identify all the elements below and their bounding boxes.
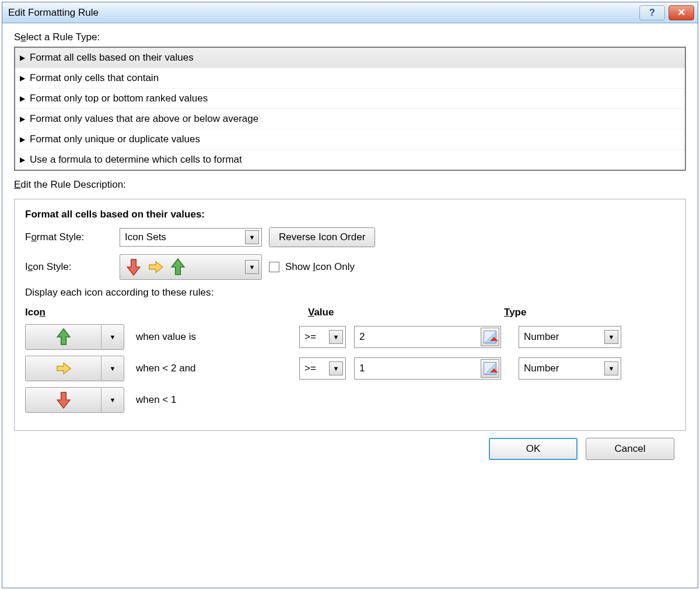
range-reference-button[interactable] <box>481 328 499 346</box>
icon-style-label: Icon Style: <box>25 261 113 273</box>
grid-header: Icon Value Type <box>25 307 675 318</box>
reverse-icon-order-button[interactable]: Reverse Icon Order <box>269 227 375 247</box>
show-icon-only-label: Show Icon Only <box>285 261 355 273</box>
chevron-down-icon: ▼ <box>329 361 343 375</box>
chevron-down-icon: ▼ <box>329 330 343 344</box>
arrow-up-green-icon <box>56 328 71 346</box>
rule-type-item[interactable]: ▶ Format all cells based on their values <box>15 48 685 68</box>
format-style-value: Icon Sets <box>125 231 166 243</box>
icon-picker[interactable]: ▼ <box>25 324 124 350</box>
ok-button[interactable]: OK <box>489 438 578 460</box>
icon-rules-grid: Icon Value Type ▼ <box>25 307 675 413</box>
rule-type-text: Format all cells based on their values <box>30 52 194 64</box>
arrow-down-red-icon <box>126 258 141 276</box>
select-rule-type-label: Select a Rule Type: <box>14 31 686 43</box>
dialog-footer: OK Cancel <box>14 431 686 469</box>
arrow-right-yellow-icon <box>148 258 163 276</box>
bullet-arrow-icon: ▶ <box>20 74 25 82</box>
rule-type-item[interactable]: ▶ Format only top or bottom ranked value… <box>15 89 685 109</box>
icon-set-preview <box>126 258 186 276</box>
type-value: Number <box>524 331 559 343</box>
bullet-arrow-icon: ▶ <box>20 115 25 123</box>
icon-picker-preview <box>26 325 102 349</box>
icon-picker[interactable]: ▼ <box>25 356 124 381</box>
titlebar: Edit Formatting Rule ? ✕ <box>2 2 698 23</box>
icon-rule-row: ▼ when < 2 and >= ▼ Number ▼ <box>25 356 675 381</box>
icon-picker[interactable]: ▼ <box>25 387 124 413</box>
help-icon: ? <box>649 8 655 18</box>
range-reference-button[interactable] <box>481 359 499 378</box>
type-value: Number <box>524 363 559 374</box>
chevron-down-icon: ▼ <box>604 330 618 344</box>
icon-rule-row: ▼ when < 1 <box>25 387 675 413</box>
icon-picker-preview <box>26 356 102 381</box>
value-header: Value <box>308 307 504 318</box>
icon-picker-preview <box>26 388 102 412</box>
rule-type-item[interactable]: ▶ Use a formula to determine which cells… <box>15 150 685 170</box>
icon-style-select[interactable]: ▼ <box>120 254 262 280</box>
chevron-down-icon: ▼ <box>102 388 124 412</box>
when-condition-text: when < 1 <box>124 394 299 406</box>
range-reference-icon <box>484 362 496 375</box>
rule-type-text: Format only top or bottom ranked values <box>30 93 208 104</box>
checkbox-box <box>269 262 279 272</box>
edit-rule-description-label: Edit the Rule Description: <box>14 179 686 191</box>
rule-type-text: Format only cells that contain <box>30 72 159 84</box>
rule-type-item[interactable]: ▶ Format only unique or duplicate values <box>15 129 685 150</box>
display-rules-label: Display each icon according to these rul… <box>25 287 675 298</box>
bullet-arrow-icon: ▶ <box>20 54 25 62</box>
range-reference-icon <box>484 331 496 343</box>
operator-value: >= <box>304 363 316 374</box>
rule-type-list: ▶ Format all cells based on their values… <box>14 47 686 171</box>
rule-type-text: Format only values that are above or bel… <box>30 113 258 125</box>
rule-type-text: Format only unique or duplicate values <box>30 134 200 145</box>
type-select[interactable]: Number ▼ <box>519 326 621 348</box>
rule-type-item[interactable]: ▶ Format only values that are above or b… <box>15 109 685 129</box>
chevron-down-icon: ▼ <box>102 356 124 381</box>
show-icon-only-checkbox[interactable]: Show Icon Only <box>269 261 355 273</box>
help-button[interactable]: ? <box>639 5 665 20</box>
when-condition-text: when value is <box>124 331 299 343</box>
dialog-content: Select a Rule Type: ▶ Format all cells b… <box>2 23 698 588</box>
chevron-down-icon: ▼ <box>245 230 259 244</box>
format-style-select[interactable]: Icon Sets ▼ <box>120 228 262 247</box>
bullet-arrow-icon: ▶ <box>20 135 25 143</box>
type-select[interactable]: Number ▼ <box>519 357 621 380</box>
description-title: Format all cells based on their values: <box>25 209 675 220</box>
operator-select[interactable]: >= ▼ <box>299 357 346 380</box>
edit-formatting-rule-dialog: Edit Formatting Rule ? ✕ Select a Rule T… <box>2 2 698 588</box>
cancel-button[interactable]: Cancel <box>586 438 674 460</box>
value-input[interactable] <box>354 326 501 348</box>
dialog-title: Edit Formatting Rule <box>8 7 99 19</box>
bullet-arrow-icon: ▶ <box>20 156 25 164</box>
close-icon: ✕ <box>677 6 685 19</box>
arrow-up-green-icon <box>170 258 186 276</box>
when-condition-text: when < 2 and <box>124 363 299 374</box>
titlebar-buttons: ? ✕ <box>639 5 694 20</box>
icon-header: Icon <box>25 307 308 318</box>
chevron-down-icon: ▼ <box>604 361 618 375</box>
rule-description-panel: Format all cells based on their values: … <box>14 199 686 431</box>
type-header: Type <box>504 307 621 318</box>
value-field[interactable] <box>359 331 481 343</box>
value-field[interactable] <box>359 363 481 374</box>
format-style-label: Format Style: <box>25 231 113 243</box>
arrow-right-yellow-icon <box>56 360 71 377</box>
icon-style-row: Icon Style: ▼ Show Icon Only <box>25 254 675 280</box>
chevron-down-icon: ▼ <box>102 325 124 349</box>
chevron-down-icon: ▼ <box>245 260 259 274</box>
close-button[interactable]: ✕ <box>668 5 694 20</box>
bullet-arrow-icon: ▶ <box>20 94 25 103</box>
rule-type-text: Use a formula to determine which cells t… <box>30 154 242 166</box>
value-input[interactable] <box>354 357 501 380</box>
operator-select[interactable]: >= ▼ <box>299 326 346 348</box>
arrow-down-red-icon <box>56 391 71 409</box>
operator-value: >= <box>304 331 316 343</box>
format-style-row: Format Style: Icon Sets ▼ Reverse Icon O… <box>25 227 675 247</box>
icon-rule-row: ▼ when value is >= ▼ Number ▼ <box>25 324 675 350</box>
rule-type-item[interactable]: ▶ Format only cells that contain <box>15 68 685 89</box>
